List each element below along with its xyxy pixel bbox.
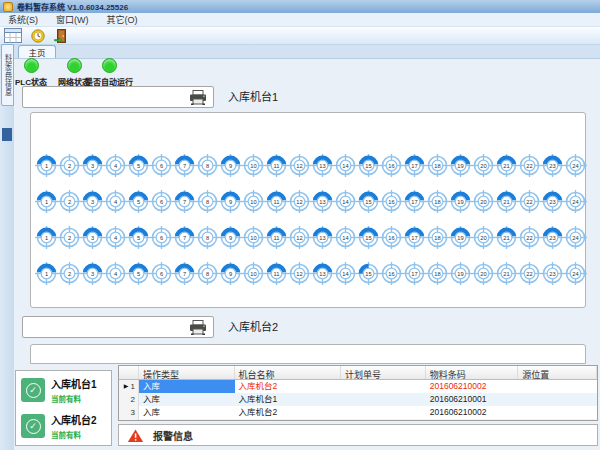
table-row[interactable]: 3入库入库机台2201606210002 bbox=[119, 406, 597, 419]
svg-text:21: 21 bbox=[503, 235, 509, 241]
table-cell[interactable] bbox=[341, 393, 426, 406]
side-panel-vertical-tab[interactable]: 料架监控信息 bbox=[1, 44, 14, 106]
table-cell[interactable]: 入库 bbox=[139, 380, 235, 393]
column-header[interactable]: 计划单号 bbox=[341, 366, 426, 379]
slot-empty-indicator: 2 bbox=[58, 226, 81, 249]
table-cell[interactable]: 201606210002 bbox=[426, 380, 519, 393]
table-cell[interactable] bbox=[426, 419, 519, 421]
slot-empty-indicator: 24 bbox=[564, 154, 587, 177]
svg-text:15: 15 bbox=[365, 271, 371, 277]
table-cell[interactable] bbox=[139, 419, 235, 421]
table-row[interactable]: ▶1入库入库机台2201606210002 bbox=[119, 380, 597, 393]
slot-empty-indicator: 21 bbox=[495, 262, 518, 285]
slot-empty-indicator: 4 bbox=[104, 262, 127, 285]
svg-text:20: 20 bbox=[480, 235, 486, 241]
column-header[interactable]: 机台名称 bbox=[235, 366, 342, 379]
svg-text:11: 11 bbox=[274, 163, 280, 169]
slot-empty-indicator: 8 bbox=[196, 190, 219, 213]
table-cell[interactable] bbox=[518, 419, 597, 421]
table-cell[interactable] bbox=[341, 419, 426, 421]
table-cell[interactable]: 201606210001 bbox=[426, 393, 519, 406]
table-cell[interactable] bbox=[518, 393, 597, 406]
tab-home[interactable]: 主页 bbox=[18, 45, 56, 58]
slot-filled-indicator: 23 bbox=[541, 154, 564, 177]
table-cell[interactable] bbox=[341, 380, 426, 393]
svg-text:6: 6 bbox=[160, 235, 163, 241]
station-card[interactable]: ✓入库机台2当前有料 bbox=[18, 409, 109, 443]
table-cell[interactable] bbox=[235, 419, 342, 421]
svg-text:11: 11 bbox=[274, 271, 280, 277]
table-cell[interactable] bbox=[518, 406, 597, 419]
machine1-print-button[interactable] bbox=[22, 86, 214, 108]
table-cell[interactable] bbox=[341, 406, 426, 419]
menu-item[interactable]: 系统(S) bbox=[8, 13, 38, 26]
svg-text:12: 12 bbox=[296, 235, 302, 241]
svg-text:9: 9 bbox=[229, 163, 232, 169]
slot-empty-indicator: 22 bbox=[518, 190, 541, 213]
slot-empty-indicator: 6 bbox=[150, 154, 173, 177]
svg-text:19: 19 bbox=[457, 163, 463, 169]
slot-filled-indicator: 17 bbox=[403, 154, 426, 177]
slot-filled-indicator: 15 bbox=[357, 190, 380, 213]
table-cell[interactable]: 入库 bbox=[139, 406, 235, 419]
station-card[interactable]: ✓入库机台1当前有料 bbox=[18, 373, 109, 407]
slot-filled-indicator: 3 bbox=[81, 262, 104, 285]
column-header[interactable]: 物料条码 bbox=[426, 366, 519, 379]
side-strip-marker bbox=[2, 128, 12, 141]
slot-row: 123456789101112131415161718192021222324 bbox=[35, 154, 587, 177]
svg-text:24: 24 bbox=[572, 199, 579, 205]
slot-empty-indicator: 2 bbox=[58, 190, 81, 213]
clock-icon[interactable] bbox=[31, 29, 45, 43]
column-header[interactable]: 源位置 bbox=[518, 366, 597, 379]
schedule-grid-icon[interactable] bbox=[4, 28, 22, 43]
status-indicator: PLC状态 bbox=[15, 58, 47, 87]
slot-empty-indicator: 6 bbox=[150, 262, 173, 285]
svg-text:2: 2 bbox=[68, 271, 71, 277]
slot-empty-indicator: 20 bbox=[472, 262, 495, 285]
table-cell[interactable]: 入库机台2 bbox=[235, 406, 342, 419]
slot-empty-indicator: 24 bbox=[564, 190, 587, 213]
slot-filled-indicator: 17 bbox=[403, 190, 426, 213]
svg-text:7: 7 bbox=[183, 235, 186, 241]
svg-text:6: 6 bbox=[160, 199, 163, 205]
slot-filled-indicator: 9 bbox=[219, 154, 242, 177]
svg-text:3: 3 bbox=[91, 199, 94, 205]
slot-empty-indicator: 10 bbox=[242, 190, 265, 213]
table-row[interactable]: 2入库入库机台1201606210001 bbox=[119, 393, 597, 406]
svg-text:20: 20 bbox=[480, 163, 486, 169]
table-cell[interactable]: 201606210002 bbox=[426, 406, 519, 419]
slot-grid: 1234567891011121314151617181920212223241… bbox=[35, 154, 587, 298]
svg-text:7: 7 bbox=[183, 271, 186, 277]
column-header[interactable]: 操作类型 bbox=[139, 366, 235, 379]
svg-text:24: 24 bbox=[572, 271, 579, 277]
slot-row: 123456789101112131415161718192021222324 bbox=[35, 226, 587, 249]
machine2-slot-panel bbox=[30, 344, 586, 364]
slot-empty-indicator: 18 bbox=[426, 262, 449, 285]
machine2-print-button[interactable] bbox=[22, 316, 214, 338]
slot-filled-indicator: 19 bbox=[449, 154, 472, 177]
row-header: ▶1 bbox=[119, 380, 139, 393]
row-header: 2 bbox=[119, 393, 139, 406]
slot-filled-indicator: 13 bbox=[311, 226, 334, 249]
table-row[interactable]: 4 bbox=[119, 419, 597, 421]
table-cell[interactable]: 入库机台2 bbox=[235, 380, 342, 393]
svg-text:8: 8 bbox=[206, 235, 209, 241]
slot-filled-indicator: 21 bbox=[495, 226, 518, 249]
slot-filled-indicator: 9 bbox=[219, 190, 242, 213]
slot-empty-indicator: 8 bbox=[196, 154, 219, 177]
table-cell[interactable]: 入库 bbox=[139, 393, 235, 406]
table-cell[interactable]: 入库机台1 bbox=[235, 393, 342, 406]
menu-item[interactable]: 窗口(W) bbox=[56, 13, 89, 26]
slot-filled-indicator: 15 bbox=[357, 226, 380, 249]
exit-door-icon[interactable] bbox=[54, 29, 68, 43]
window-title: 卷料暂存系统 V1.0.6034.25526 bbox=[17, 1, 128, 12]
svg-text:16: 16 bbox=[388, 235, 394, 241]
check-icon: ✓ bbox=[21, 378, 45, 402]
slot-empty-indicator: 12 bbox=[288, 226, 311, 249]
warning-panel: 报警信息 bbox=[118, 424, 598, 446]
slot-filled-indicator: 17 bbox=[403, 226, 426, 249]
svg-text:10: 10 bbox=[250, 271, 256, 277]
menu-item[interactable]: 其它(O) bbox=[107, 13, 138, 26]
svg-text:3: 3 bbox=[91, 235, 94, 241]
table-cell[interactable] bbox=[518, 380, 597, 393]
